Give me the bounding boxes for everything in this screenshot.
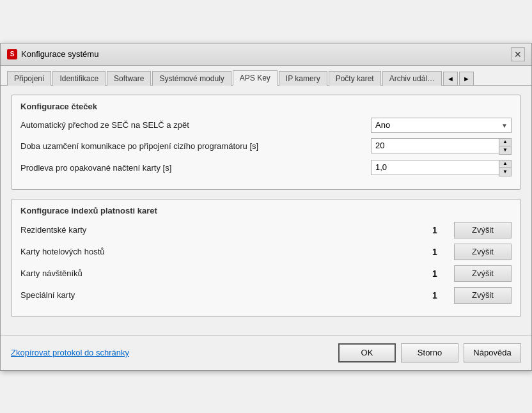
row-uzamceni: Doba uzamčení komunikace po připojení ci… [20,138,512,155]
spinner-uzamceni-up[interactable]: ▲ [499,139,511,146]
title-bar-left: S Konfigurace systému [7,49,98,59]
dropdown-wrapper-prechod: Ano Ne [371,118,512,133]
card-btn-zvysit-2[interactable]: Zvýšit [454,265,512,282]
tab-identifikace[interactable]: Identifikace [52,71,106,86]
card-value-2: 1 [422,269,448,279]
tab-systemove-moduly[interactable]: Systémové moduly [152,71,231,86]
spinner-uzamceni-down[interactable]: ▼ [499,146,511,154]
section-karty: Konfigurace indexů platnosti karet Rezid… [11,199,521,317]
label-prodleva: Prodleva pro opakované načtení karty [s] [20,163,371,173]
section-karty-title: Konfigurace indexů platnosti karet [20,206,512,215]
ok-button[interactable]: OK [338,343,396,362]
tab-ip-kamery[interactable]: IP kamery [279,71,327,86]
card-label-1: Karty hotelových hostů [20,247,422,256]
spinner-uzamceni-buttons: ▲ ▼ [499,138,512,155]
card-row-2: Karty návštěníků 1 Zvýšit [20,265,512,282]
input-prodleva[interactable] [371,160,499,175]
tab-pocty-karet[interactable]: Počty karet [329,71,381,86]
help-button[interactable]: Nápověda [464,343,521,362]
row-prodleva: Prodleva pro opakované načtení karty [s]… [20,160,512,176]
cancel-button[interactable]: Storno [401,343,458,362]
card-row-1: Karty hotelových hostů 1 Zvýšit [20,244,512,260]
label-uzamceni: Doba uzamčení komunikace po připojení ci… [20,141,371,151]
label-prechod: Automatický přechod ze SEČ na SELČ a zpě… [20,120,371,130]
spinner-uzamceni: ▲ ▼ [371,138,512,155]
tab-aps-key[interactable]: APS Key [233,70,278,86]
tab-archiv-udalosti[interactable]: Archiv udál… [382,71,442,86]
control-prodleva: ▲ ▼ [371,160,512,176]
card-label-3: Speciální karty [20,290,422,300]
main-window: S Konfigurace systému ✕ Připojení Identi… [0,43,532,371]
control-uzamceni: ▲ ▼ [371,138,512,155]
bottom-bar: Zkopírovat protokol do schránky OK Storn… [1,335,531,370]
copy-protocol-link[interactable]: Zkopírovat protokol do schránky [11,348,338,357]
card-row-3: Speciální karty 1 Zvýšit [20,287,512,304]
control-prechod: Ano Ne [371,118,512,133]
card-btn-zvysit-0[interactable]: Zvýšit [454,222,512,238]
spinner-prodleva-down[interactable]: ▼ [499,168,511,176]
dropdown-prechod[interactable]: Ano Ne [371,118,512,133]
card-label-2: Karty návštěníků [20,269,422,278]
section-cteceky-title: Konfigurace čteček [20,102,512,111]
bottom-buttons: OK Storno Nápověda [338,343,521,362]
section-cteceky: Konfigurace čteček Automatický přechod z… [11,95,521,190]
tab-content: Konfigurace čteček Automatický přechod z… [1,86,531,335]
close-button[interactable]: ✕ [511,47,525,61]
card-label-0: Rezidentské karty [20,225,422,235]
card-row-0: Rezidentské karty 1 Zvýšit [20,222,512,238]
title-bar: S Konfigurace systému ✕ [1,43,531,66]
card-value-0: 1 [422,225,448,235]
card-value-3: 1 [422,290,448,300]
tab-pripojeni[interactable]: Připojení [7,71,51,86]
input-uzamceni[interactable] [371,138,499,153]
card-btn-zvysit-1[interactable]: Zvýšit [454,244,512,260]
card-value-1: 1 [422,247,448,257]
tabs-bar: Připojení Identifikace Software Systémov… [1,66,531,86]
card-btn-zvysit-3[interactable]: Zvýšit [454,287,512,304]
app-icon: S [7,49,17,59]
spinner-prodleva-buttons: ▲ ▼ [499,160,512,176]
tab-next-button[interactable]: ► [459,72,474,86]
tab-software[interactable]: Software [107,71,151,86]
spinner-prodleva-up[interactable]: ▲ [499,160,511,168]
window-title: Konfigurace systému [21,49,98,59]
spinner-prodleva: ▲ ▼ [371,160,512,176]
row-prechod: Automatický přechod ze SEČ na SELČ a zpě… [20,118,512,133]
tab-prev-button[interactable]: ◄ [443,72,458,86]
